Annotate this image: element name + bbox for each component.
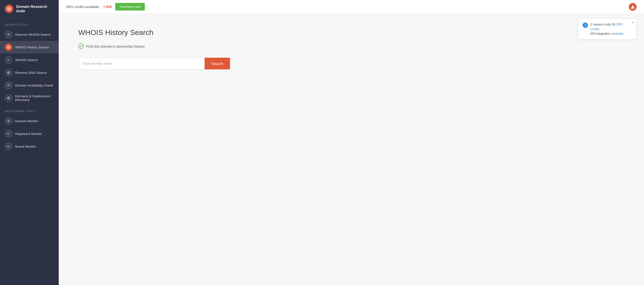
purchase-now-button[interactable]: Purchase now	[115, 3, 145, 10]
logo-icon	[5, 5, 13, 13]
sidebar-item-label: WHOIS Search	[15, 58, 38, 62]
tooltip-collapse-button[interactable]: ▲	[631, 21, 634, 23]
sidebar-item-reverse-whois[interactable]: Reverse WHOIS Search	[0, 28, 59, 41]
domains-subdomains-icon	[5, 94, 12, 102]
search-tools-label: Search tools	[0, 18, 59, 28]
domain-monitor-icon	[5, 117, 12, 125]
app-title: Domain Research Suite	[16, 4, 54, 13]
info-tooltip: ▲ i 1 request costs 50 DRS credits. API …	[578, 18, 637, 40]
tooltip-info-icon: i	[582, 22, 588, 28]
user-avatar[interactable]	[629, 3, 637, 11]
header: DRS credits available: 7,950 Purchase no…	[59, 0, 644, 14]
sidebar-item-label: Domains & Subdomains Discovery	[15, 94, 54, 102]
search-input[interactable]	[78, 58, 204, 69]
sidebar-item-label: Brand Monitor	[15, 145, 36, 148]
sidebar: Domain Research Suite Search tools Rever…	[0, 0, 59, 285]
sidebar-item-registrant-monitor[interactable]: $ Registrant Monitor	[0, 127, 59, 140]
search-button[interactable]: Search	[204, 58, 230, 69]
tooltip-cost-text: 1 request costs 50	[590, 23, 615, 26]
svg-point-1	[8, 8, 10, 9]
sidebar-item-label: Registrant Monitor	[15, 132, 42, 136]
svg-point-5	[8, 47, 9, 48]
sidebar-item-brand-monitor[interactable]: ® Brand Monitor	[0, 140, 59, 153]
tooltip-api-link[interactable]: available	[611, 32, 623, 35]
sidebar-item-whois-search[interactable]: WHOIS Search	[0, 53, 59, 66]
sidebar-item-label: Reverse WHOIS Search	[15, 33, 51, 36]
page-body: ▲ i 1 request costs 50 DRS credits. API …	[59, 14, 644, 285]
tooltip-period: .	[600, 27, 600, 31]
tooltip-header: i 1 request costs 50 DRS credits. API in…	[582, 22, 632, 36]
search-bar: Search	[78, 58, 230, 69]
header-credits: DRS credits available: 7,950 Purchase no…	[66, 3, 145, 10]
tooltip-api-text: API integration	[590, 32, 610, 35]
svg-text:®: ®	[8, 146, 9, 147]
tooltip-api-period: .	[624, 32, 624, 35]
svg-point-19	[632, 5, 634, 7]
credits-label: DRS credits available:	[66, 5, 100, 9]
sidebar-item-domains-subdomains[interactable]: Domains & Subdomains Discovery	[0, 92, 59, 104]
reverse-whois-icon	[5, 31, 12, 38]
registrant-monitor-icon: $	[5, 130, 12, 137]
domain-availability-icon	[5, 82, 12, 89]
tooltip-content: 1 request costs 50 DRS credits. API inte…	[590, 22, 632, 36]
page-subtitle: Find the domain's ownership history.	[78, 43, 624, 49]
sidebar-item-domain-monitor[interactable]: Domain Monitor	[0, 115, 59, 127]
sidebar-item-label: Reverse DNS Search	[15, 71, 47, 74]
credits-value: 7,950	[103, 5, 112, 9]
sidebar-item-whois-history[interactable]: WHOIS History Search	[0, 41, 59, 53]
page-title: WHOIS History Search	[78, 28, 624, 37]
whois-history-icon	[5, 43, 12, 51]
whois-search-icon	[5, 56, 12, 63]
sidebar-item-label: Domain Monitor	[15, 119, 38, 123]
brand-monitor-icon: ®	[5, 143, 12, 150]
app-logo[interactable]: Domain Research Suite	[0, 0, 59, 18]
svg-point-3	[8, 34, 9, 35]
monitoring-tools-label: Monitoring tools	[0, 104, 59, 115]
sidebar-item-label: Domain Availability Check	[15, 84, 53, 87]
sidebar-item-label: WHOIS History Search	[15, 45, 49, 49]
svg-text:$: $	[8, 133, 9, 135]
check-icon	[78, 43, 84, 49]
subtitle-text: Find the domain's ownership history.	[86, 44, 145, 48]
sidebar-item-reverse-dns[interactable]: Reverse DNS Search	[0, 66, 59, 79]
main-content: DRS credits available: 7,950 Purchase no…	[59, 0, 644, 285]
reverse-dns-icon	[5, 69, 12, 76]
sidebar-item-domain-availability[interactable]: Domain Availability Check	[0, 79, 59, 92]
